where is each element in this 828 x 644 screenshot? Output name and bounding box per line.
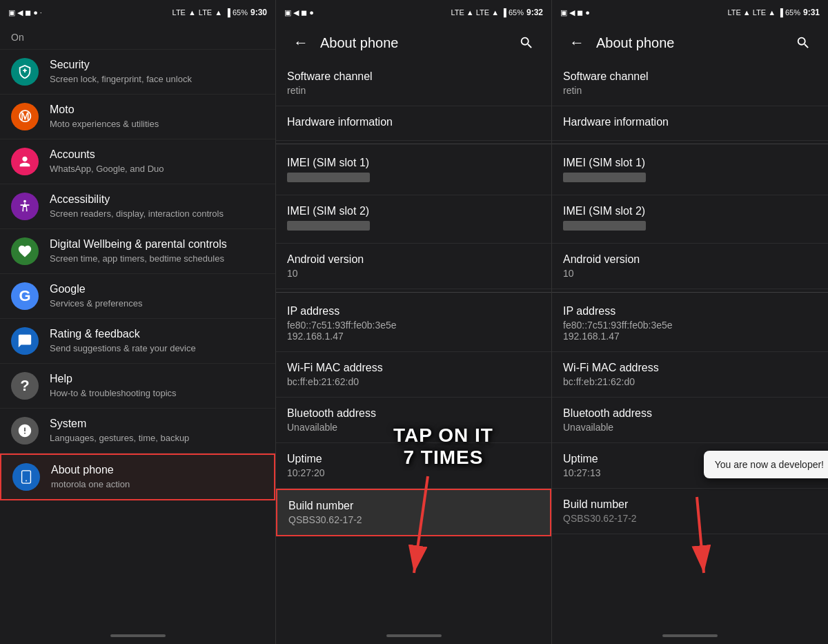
divider2-right	[552, 292, 828, 293]
lte-middle: LTE ▲ LTE ▲ ▐ 65%	[451, 8, 524, 17]
google-title: Google	[50, 282, 264, 297]
about-item-build-right[interactable]: Build number QSBS30.62-17-2 You are now …	[552, 489, 828, 534]
moto-text: Moto Moto experiences & utilities	[50, 103, 264, 130]
lte-right: LTE ▲ LTE ▲ ▐ 65%	[727, 8, 800, 17]
about-label-android-mid: Android version	[287, 253, 540, 266]
about-label-build-right: Build number	[563, 498, 817, 511]
about-item-hardware-mid[interactable]: Hardware information	[276, 106, 551, 141]
status-bar-left: ▣ ◀ ◼ ● · LTE ▲ LTE ▲ ▐ 65% 9:30	[0, 0, 275, 25]
about-label-imei1-right: IMEI (SIM slot 1)	[563, 157, 817, 169]
settings-item-system[interactable]: System Languages, gestures, time, backup	[0, 409, 275, 453]
google-subtitle: Services & preferences	[50, 298, 264, 310]
status-bar-middle: ▣ ◀ ◼ ● LTE ▲ LTE ▲ ▐ 65% 9:32	[276, 0, 551, 25]
rating-icon	[11, 327, 39, 355]
panel-middle: ▣ ◀ ◼ ● LTE ▲ LTE ▲ ▐ 65% 9:32 ← About p…	[276, 0, 552, 644]
about-phone-header-right: About phone	[596, 35, 789, 51]
settings-item-accounts[interactable]: Accounts WhatsApp, Google, and Duo	[0, 139, 275, 184]
time-left: 9:30	[250, 8, 267, 17]
accessibility-text: Accessibility Screen readers, display, i…	[50, 193, 264, 220]
about-item-imei1-mid[interactable]: IMEI (SIM slot 1)	[276, 147, 551, 195]
about-label-uptime-mid: Uptime	[287, 453, 540, 465]
about-value-sc-right: retin	[563, 85, 817, 96]
signal2-icon-left: ▲	[215, 8, 222, 17]
back-button-middle[interactable]: ←	[287, 29, 315, 57]
about-value-ip-mid: fe80::7c51:93ff:fe0b:3e5e192.168.1.47	[287, 320, 540, 342]
about-label-sc-mid: Software channel	[287, 70, 540, 83]
wifi-icon-left: ▲	[188, 8, 196, 17]
settings-item-moto[interactable]: Ⓜ Moto Moto experiences & utilities	[0, 95, 275, 139]
about-label-imei2-mid: IMEI (SIM slot 2)	[287, 205, 540, 217]
about-item-software-channel-mid[interactable]: Software channel retin	[276, 61, 551, 106]
system-subtitle: Languages, gestures, time, backup	[50, 433, 264, 445]
about-item-imei2-right[interactable]: IMEI (SIM slot 2)	[552, 195, 828, 244]
about-value-sc-mid: retin	[287, 85, 540, 96]
about-item-wifi-right[interactable]: Wi-Fi MAC address bc:ff:eb:21:62:d0	[552, 352, 828, 398]
about-value-android-mid: 10	[287, 268, 540, 279]
panels-wrapper: ▣ ◀ ◼ ● · LTE ▲ LTE ▲ ▐ 65% 9:30 On	[0, 0, 828, 644]
partial-on-text: On	[11, 32, 24, 43]
settings-item-help[interactable]: ? Help How-to & troubleshooting topics	[0, 364, 275, 409]
about-item-uptime-mid[interactable]: Uptime 10:27:20	[276, 443, 551, 489]
security-subtitle: Screen lock, fingerprint, face unlock	[50, 74, 264, 86]
about-label-wifi-mid: Wi-Fi MAC address	[287, 362, 540, 374]
about-value-wifi-mid: bc:ff:eb:21:62:d0	[287, 376, 540, 387]
about-item-ip-right[interactable]: IP address fe80::7c51:93ff:fe0b:3e5e192.…	[552, 295, 828, 352]
about-item-wifi-mid[interactable]: Wi-Fi MAC address bc:ff:eb:21:62:d0	[276, 352, 551, 398]
status-right-left: LTE ▲ LTE ▲ ▐ 65% 9:30	[172, 8, 267, 17]
moto-title: Moto	[50, 103, 264, 117]
nav-hint-middle	[276, 627, 551, 644]
about-value-imei1-right	[563, 173, 646, 182]
about-label-imei2-right: IMEI (SIM slot 2)	[563, 205, 817, 217]
about-item-bt-right[interactable]: Bluetooth address Unavailable	[552, 398, 828, 443]
search-button-middle[interactable]	[513, 29, 540, 57]
about-value-build-right: QSBS30.62-17-2	[563, 513, 817, 524]
help-subtitle: How-to & troubleshooting topics	[50, 388, 264, 400]
search-button-right[interactable]	[789, 29, 817, 57]
system-text: System Languages, gestures, time, backup	[50, 417, 264, 445]
notif-icons-middle: ▣ ◀ ◼ ●	[284, 8, 314, 17]
developer-toast: You are now a developer!	[704, 451, 828, 478]
about-phone-header-middle: About phone	[320, 35, 513, 51]
accessibility-icon	[11, 193, 39, 220]
wellbeing-title: Digital Wellbeing & parental controls	[50, 237, 264, 252]
status-right-right: LTE ▲ LTE ▲ ▐ 65% 9:31	[727, 8, 820, 17]
about-label-build-mid: Build number	[288, 500, 539, 512]
settings-item-wellbeing[interactable]: Digital Wellbeing & parental controls Sc…	[0, 229, 275, 274]
settings-item-google[interactable]: G Google Services & preferences	[0, 274, 275, 319]
battery-icon-left: ▐ 65%	[225, 8, 248, 17]
about-item-software-channel-right[interactable]: Software channel retin	[552, 61, 828, 106]
settings-item-accessibility[interactable]: Accessibility Screen readers, display, i…	[0, 184, 275, 229]
help-title: Help	[50, 372, 264, 387]
about-item-android-right[interactable]: Android version 10	[552, 244, 828, 289]
settings-list: On Security Screen lock, fingerprint, fa…	[0, 25, 275, 627]
settings-item-partial-top[interactable]: On	[0, 25, 275, 50]
about-item-ip-mid[interactable]: IP address fe80::7c51:93ff:fe0b:3e5e192.…	[276, 295, 551, 352]
security-title: Security	[50, 58, 264, 72]
about-item-imei2-mid[interactable]: IMEI (SIM slot 2)	[276, 195, 551, 244]
about-label-hw-right: Hardware information	[563, 116, 817, 128]
about-item-bt-mid[interactable]: Bluetooth address Unavailable	[276, 398, 551, 443]
about-value-bt-mid: Unavailable	[287, 422, 540, 433]
settings-item-rating[interactable]: Rating & feedback Send suggestions & rat…	[0, 319, 275, 364]
top-bar-middle: ← About phone	[276, 25, 551, 61]
rating-text: Rating & feedback Send suggestions & rat…	[50, 327, 264, 355]
about-label-bt-mid: Bluetooth address	[287, 407, 540, 420]
svg-point-2	[26, 480, 27, 482]
back-button-right[interactable]: ←	[563, 29, 591, 57]
about-item-imei1-right[interactable]: IMEI (SIM slot 1)	[552, 147, 828, 195]
panel-left: ▣ ◀ ◼ ● · LTE ▲ LTE ▲ ▐ 65% 9:30 On	[0, 0, 276, 644]
moto-subtitle: Moto experiences & utilities	[50, 119, 264, 130]
accounts-title: Accounts	[50, 148, 264, 162]
rating-subtitle: Send suggestions & rate your device	[50, 343, 264, 355]
settings-item-security[interactable]: Security Screen lock, fingerprint, face …	[0, 50, 275, 95]
about-label-android-right: Android version	[563, 253, 817, 266]
about-item-build-mid[interactable]: Build number QSBS30.62-17-2	[276, 489, 551, 536]
about-phone-text: About phone motorola one action	[51, 463, 263, 491]
status-right-left-icons: ▣ ◀ ◼ ●	[560, 8, 590, 17]
settings-item-about-phone[interactable]: About phone motorola one action	[0, 453, 275, 500]
about-item-android-mid[interactable]: Android version 10	[276, 244, 551, 289]
wellbeing-icon	[11, 237, 39, 265]
about-item-hardware-right[interactable]: Hardware information	[552, 106, 828, 141]
help-text: Help How-to & troubleshooting topics	[50, 372, 264, 400]
about-phone-icon	[12, 463, 40, 491]
